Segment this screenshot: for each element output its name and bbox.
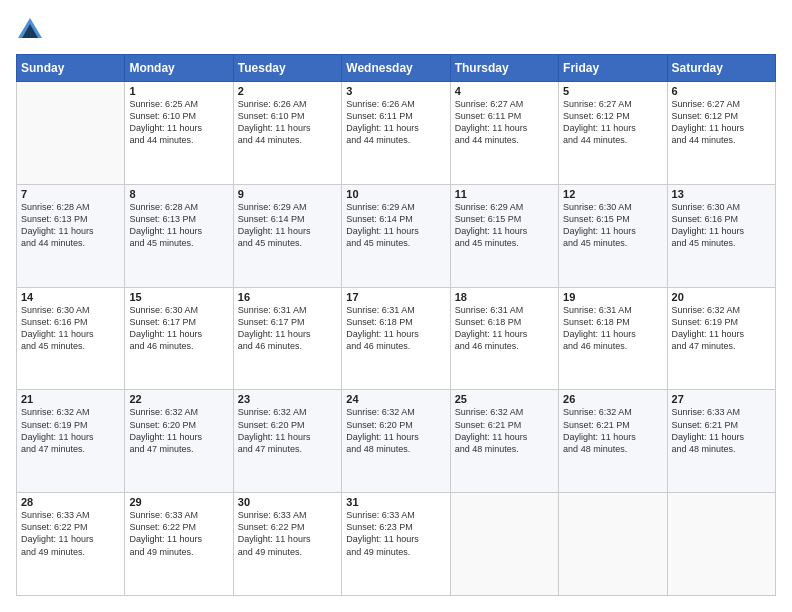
- weekday-header: Tuesday: [233, 55, 341, 82]
- day-number: 3: [346, 85, 445, 97]
- weekday-header: Wednesday: [342, 55, 450, 82]
- day-info: Sunrise: 6:31 AM Sunset: 6:18 PM Dayligh…: [563, 304, 662, 353]
- day-number: 25: [455, 393, 554, 405]
- day-number: 8: [129, 188, 228, 200]
- calendar-cell: 30Sunrise: 6:33 AM Sunset: 6:22 PM Dayli…: [233, 493, 341, 596]
- calendar-cell: [17, 82, 125, 185]
- calendar-cell: 16Sunrise: 6:31 AM Sunset: 6:17 PM Dayli…: [233, 287, 341, 390]
- calendar-cell: 3Sunrise: 6:26 AM Sunset: 6:11 PM Daylig…: [342, 82, 450, 185]
- calendar-cell: [667, 493, 775, 596]
- day-info: Sunrise: 6:30 AM Sunset: 6:16 PM Dayligh…: [21, 304, 120, 353]
- calendar-cell: 29Sunrise: 6:33 AM Sunset: 6:22 PM Dayli…: [125, 493, 233, 596]
- day-info: Sunrise: 6:32 AM Sunset: 6:20 PM Dayligh…: [346, 406, 445, 455]
- day-info: Sunrise: 6:33 AM Sunset: 6:22 PM Dayligh…: [21, 509, 120, 558]
- day-number: 18: [455, 291, 554, 303]
- weekday-row: SundayMondayTuesdayWednesdayThursdayFrid…: [17, 55, 776, 82]
- calendar-cell: 10Sunrise: 6:29 AM Sunset: 6:14 PM Dayli…: [342, 184, 450, 287]
- day-info: Sunrise: 6:28 AM Sunset: 6:13 PM Dayligh…: [129, 201, 228, 250]
- logo: [16, 16, 48, 44]
- calendar-cell: 13Sunrise: 6:30 AM Sunset: 6:16 PM Dayli…: [667, 184, 775, 287]
- day-number: 4: [455, 85, 554, 97]
- calendar-cell: 25Sunrise: 6:32 AM Sunset: 6:21 PM Dayli…: [450, 390, 558, 493]
- day-info: Sunrise: 6:26 AM Sunset: 6:11 PM Dayligh…: [346, 98, 445, 147]
- day-info: Sunrise: 6:29 AM Sunset: 6:14 PM Dayligh…: [238, 201, 337, 250]
- day-number: 17: [346, 291, 445, 303]
- weekday-header: Thursday: [450, 55, 558, 82]
- logo-icon: [16, 16, 44, 44]
- calendar-week-row: 7Sunrise: 6:28 AM Sunset: 6:13 PM Daylig…: [17, 184, 776, 287]
- calendar-cell: 7Sunrise: 6:28 AM Sunset: 6:13 PM Daylig…: [17, 184, 125, 287]
- calendar-week-row: 1Sunrise: 6:25 AM Sunset: 6:10 PM Daylig…: [17, 82, 776, 185]
- calendar-cell: 20Sunrise: 6:32 AM Sunset: 6:19 PM Dayli…: [667, 287, 775, 390]
- calendar-cell: 28Sunrise: 6:33 AM Sunset: 6:22 PM Dayli…: [17, 493, 125, 596]
- calendar-table: SundayMondayTuesdayWednesdayThursdayFrid…: [16, 54, 776, 596]
- weekday-header: Friday: [559, 55, 667, 82]
- day-number: 28: [21, 496, 120, 508]
- calendar-cell: 1Sunrise: 6:25 AM Sunset: 6:10 PM Daylig…: [125, 82, 233, 185]
- day-info: Sunrise: 6:25 AM Sunset: 6:10 PM Dayligh…: [129, 98, 228, 147]
- calendar-cell: 27Sunrise: 6:33 AM Sunset: 6:21 PM Dayli…: [667, 390, 775, 493]
- day-info: Sunrise: 6:32 AM Sunset: 6:20 PM Dayligh…: [238, 406, 337, 455]
- day-number: 16: [238, 291, 337, 303]
- day-number: 12: [563, 188, 662, 200]
- weekday-header: Sunday: [17, 55, 125, 82]
- day-number: 11: [455, 188, 554, 200]
- calendar-cell: 15Sunrise: 6:30 AM Sunset: 6:17 PM Dayli…: [125, 287, 233, 390]
- calendar-cell: 4Sunrise: 6:27 AM Sunset: 6:11 PM Daylig…: [450, 82, 558, 185]
- day-number: 21: [21, 393, 120, 405]
- calendar-cell: 24Sunrise: 6:32 AM Sunset: 6:20 PM Dayli…: [342, 390, 450, 493]
- day-info: Sunrise: 6:32 AM Sunset: 6:19 PM Dayligh…: [21, 406, 120, 455]
- day-info: Sunrise: 6:32 AM Sunset: 6:21 PM Dayligh…: [455, 406, 554, 455]
- day-number: 9: [238, 188, 337, 200]
- calendar-week-row: 21Sunrise: 6:32 AM Sunset: 6:19 PM Dayli…: [17, 390, 776, 493]
- day-info: Sunrise: 6:33 AM Sunset: 6:22 PM Dayligh…: [238, 509, 337, 558]
- day-info: Sunrise: 6:32 AM Sunset: 6:19 PM Dayligh…: [672, 304, 771, 353]
- day-info: Sunrise: 6:32 AM Sunset: 6:20 PM Dayligh…: [129, 406, 228, 455]
- day-info: Sunrise: 6:28 AM Sunset: 6:13 PM Dayligh…: [21, 201, 120, 250]
- day-number: 15: [129, 291, 228, 303]
- calendar-cell: 17Sunrise: 6:31 AM Sunset: 6:18 PM Dayli…: [342, 287, 450, 390]
- weekday-header: Monday: [125, 55, 233, 82]
- day-number: 23: [238, 393, 337, 405]
- day-number: 13: [672, 188, 771, 200]
- day-number: 20: [672, 291, 771, 303]
- day-number: 6: [672, 85, 771, 97]
- calendar-header: SundayMondayTuesdayWednesdayThursdayFrid…: [17, 55, 776, 82]
- calendar-cell: 12Sunrise: 6:30 AM Sunset: 6:15 PM Dayli…: [559, 184, 667, 287]
- calendar-cell: [559, 493, 667, 596]
- day-info: Sunrise: 6:29 AM Sunset: 6:15 PM Dayligh…: [455, 201, 554, 250]
- calendar-cell: [450, 493, 558, 596]
- header: [16, 16, 776, 44]
- day-number: 2: [238, 85, 337, 97]
- day-info: Sunrise: 6:33 AM Sunset: 6:23 PM Dayligh…: [346, 509, 445, 558]
- calendar-cell: 5Sunrise: 6:27 AM Sunset: 6:12 PM Daylig…: [559, 82, 667, 185]
- day-info: Sunrise: 6:27 AM Sunset: 6:12 PM Dayligh…: [563, 98, 662, 147]
- calendar-cell: 18Sunrise: 6:31 AM Sunset: 6:18 PM Dayli…: [450, 287, 558, 390]
- calendar-week-row: 28Sunrise: 6:33 AM Sunset: 6:22 PM Dayli…: [17, 493, 776, 596]
- day-number: 5: [563, 85, 662, 97]
- day-info: Sunrise: 6:30 AM Sunset: 6:16 PM Dayligh…: [672, 201, 771, 250]
- day-info: Sunrise: 6:30 AM Sunset: 6:15 PM Dayligh…: [563, 201, 662, 250]
- day-info: Sunrise: 6:26 AM Sunset: 6:10 PM Dayligh…: [238, 98, 337, 147]
- day-number: 14: [21, 291, 120, 303]
- calendar-cell: 22Sunrise: 6:32 AM Sunset: 6:20 PM Dayli…: [125, 390, 233, 493]
- day-number: 26: [563, 393, 662, 405]
- day-info: Sunrise: 6:31 AM Sunset: 6:18 PM Dayligh…: [346, 304, 445, 353]
- day-info: Sunrise: 6:27 AM Sunset: 6:12 PM Dayligh…: [672, 98, 771, 147]
- day-number: 30: [238, 496, 337, 508]
- calendar-cell: 9Sunrise: 6:29 AM Sunset: 6:14 PM Daylig…: [233, 184, 341, 287]
- day-number: 19: [563, 291, 662, 303]
- day-number: 29: [129, 496, 228, 508]
- calendar-cell: 2Sunrise: 6:26 AM Sunset: 6:10 PM Daylig…: [233, 82, 341, 185]
- page-container: SundayMondayTuesdayWednesdayThursdayFrid…: [0, 0, 792, 612]
- day-info: Sunrise: 6:31 AM Sunset: 6:18 PM Dayligh…: [455, 304, 554, 353]
- day-info: Sunrise: 6:27 AM Sunset: 6:11 PM Dayligh…: [455, 98, 554, 147]
- day-number: 31: [346, 496, 445, 508]
- weekday-header: Saturday: [667, 55, 775, 82]
- calendar-cell: 31Sunrise: 6:33 AM Sunset: 6:23 PM Dayli…: [342, 493, 450, 596]
- day-number: 7: [21, 188, 120, 200]
- day-number: 10: [346, 188, 445, 200]
- calendar-body: 1Sunrise: 6:25 AM Sunset: 6:10 PM Daylig…: [17, 82, 776, 596]
- day-info: Sunrise: 6:33 AM Sunset: 6:22 PM Dayligh…: [129, 509, 228, 558]
- day-info: Sunrise: 6:33 AM Sunset: 6:21 PM Dayligh…: [672, 406, 771, 455]
